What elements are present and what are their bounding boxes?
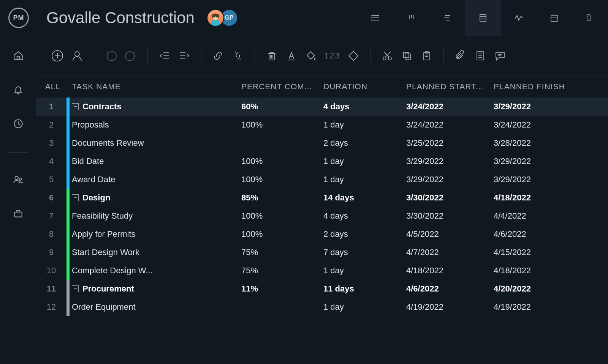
planned-start-cell[interactable]: 4/18/2022: [406, 266, 494, 276]
indent-button[interactable]: [176, 47, 193, 64]
view-tab-sheet[interactable]: [465, 0, 501, 36]
row-index[interactable]: 2: [36, 120, 66, 130]
planned-start-cell[interactable]: 3/25/2022: [406, 138, 494, 148]
text-color-button[interactable]: [283, 47, 300, 64]
task-name-cell[interactable]: −Procurement: [70, 284, 241, 294]
link-button[interactable]: [210, 47, 226, 64]
task-row[interactable]: 11−Procurement11%11 days4/6/20224/20/202…: [36, 280, 608, 298]
task-row[interactable]: 8Apply for Permits100%2 days4/5/20224/6/…: [36, 225, 608, 243]
task-row[interactable]: 10Complete Design W...75%1 day4/18/20224…: [36, 262, 608, 280]
row-index[interactable]: 7: [36, 211, 66, 221]
percent-complete-cell[interactable]: 60%: [241, 102, 323, 112]
duration-cell[interactable]: 11 days: [323, 284, 406, 294]
assign-button[interactable]: [69, 47, 86, 64]
planned-start-cell[interactable]: 3/29/2022: [406, 175, 494, 184]
planned-finish-cell[interactable]: 3/24/2022: [494, 120, 581, 130]
milestone-button[interactable]: [345, 47, 362, 64]
duration-cell[interactable]: 7 days: [323, 247, 406, 257]
task-name-cell[interactable]: Proposals: [70, 120, 241, 130]
column-header-duration[interactable]: DURATION: [323, 82, 406, 91]
duration-cell[interactable]: 2 days: [323, 138, 406, 148]
planned-finish-cell[interactable]: 4/6/2022: [494, 229, 581, 239]
task-name-cell[interactable]: Apply for Permits: [70, 229, 241, 239]
row-index[interactable]: 1: [36, 102, 66, 112]
planned-finish-cell[interactable]: 4/19/2022: [494, 302, 581, 312]
percent-complete-cell[interactable]: 100%: [241, 175, 323, 184]
task-row[interactable]: 9Start Design Work75%7 days4/7/20224/15/…: [36, 243, 608, 262]
planned-finish-cell[interactable]: 4/18/2022: [494, 266, 581, 276]
percent-complete-cell[interactable]: 100%: [241, 120, 323, 130]
sidebar-notifications-icon[interactable]: [13, 84, 24, 97]
row-index[interactable]: 6: [36, 193, 66, 203]
view-tab-gantt[interactable]: [429, 0, 465, 36]
outdent-button[interactable]: [156, 47, 173, 64]
task-name-cell[interactable]: Bid Date: [70, 156, 241, 166]
collapse-toggle-icon[interactable]: −: [72, 285, 79, 292]
column-header-all[interactable]: ALL: [36, 82, 66, 91]
row-index[interactable]: 12: [36, 302, 66, 312]
notes-button[interactable]: [472, 47, 489, 64]
planned-finish-cell[interactable]: 4/20/2022: [494, 284, 581, 294]
duration-cell[interactable]: 1 day: [323, 175, 406, 184]
task-name-cell[interactable]: −Design: [70, 193, 241, 203]
duration-cell[interactable]: 2 days: [323, 229, 406, 239]
comments-button[interactable]: [492, 47, 508, 64]
planned-finish-cell[interactable]: 4/15/2022: [494, 247, 581, 257]
task-name-cell[interactable]: Documents Review: [70, 138, 241, 148]
column-header-planned-finish[interactable]: PLANNED FINISH: [494, 82, 581, 91]
planned-start-cell[interactable]: 4/6/2022: [406, 284, 494, 294]
paste-button[interactable]: [418, 47, 435, 64]
row-index[interactable]: 4: [36, 156, 66, 166]
sidebar-recent-icon[interactable]: [13, 118, 24, 131]
task-name-cell[interactable]: Order Equipment: [70, 302, 241, 312]
column-header-task-name[interactable]: TASK NAME: [66, 82, 241, 91]
app-logo[interactable]: PM: [8, 8, 29, 28]
sidebar-portfolio-icon[interactable]: [13, 208, 24, 221]
number-format-button[interactable]: 123: [323, 51, 342, 61]
planned-finish-cell[interactable]: 4/18/2022: [494, 193, 581, 203]
planned-start-cell[interactable]: 3/30/2022: [406, 211, 494, 221]
planned-start-cell[interactable]: 3/24/2022: [406, 120, 494, 130]
task-name-cell[interactable]: Feasibility Study: [70, 211, 241, 221]
task-row[interactable]: 12Order Equipment1 day4/19/20224/19/2022: [36, 298, 608, 316]
row-index[interactable]: 3: [36, 138, 66, 148]
duration-cell[interactable]: 14 days: [323, 193, 406, 203]
avatar-user-1[interactable]: [207, 9, 224, 27]
task-row[interactable]: 7Feasibility Study100%4 days3/30/20224/4…: [36, 207, 608, 225]
view-tab-list[interactable]: [358, 0, 394, 36]
delete-button[interactable]: [263, 47, 280, 64]
percent-complete-cell[interactable]: 100%: [241, 156, 323, 166]
add-button[interactable]: [49, 47, 66, 64]
task-name-cell[interactable]: Start Design Work: [70, 247, 241, 257]
unlink-button[interactable]: [230, 47, 246, 64]
row-index[interactable]: 9: [36, 247, 66, 257]
percent-complete-cell[interactable]: 100%: [241, 211, 323, 221]
planned-start-cell[interactable]: 4/5/2022: [406, 229, 494, 239]
planned-finish-cell[interactable]: 3/28/2022: [494, 138, 581, 148]
duration-cell[interactable]: 1 day: [323, 266, 406, 276]
percent-complete-cell[interactable]: 100%: [241, 229, 323, 239]
cut-button[interactable]: [379, 47, 396, 64]
row-index[interactable]: 5: [36, 175, 66, 184]
planned-start-cell[interactable]: 4/19/2022: [406, 302, 494, 312]
project-title[interactable]: Govalle Construction: [46, 9, 195, 27]
percent-complete-cell[interactable]: 85%: [241, 193, 323, 203]
task-name-cell[interactable]: Award Date: [70, 175, 241, 184]
task-row[interactable]: 3Documents Review2 days3/25/20223/28/202…: [36, 134, 608, 152]
view-tab-workload[interactable]: [501, 0, 537, 36]
undo-button[interactable]: [103, 47, 119, 64]
planned-finish-cell[interactable]: 4/4/2022: [494, 211, 581, 221]
planned-finish-cell[interactable]: 3/29/2022: [494, 175, 581, 184]
task-name-cell[interactable]: Complete Design W...: [70, 266, 241, 276]
duration-cell[interactable]: 1 day: [323, 156, 406, 166]
collapse-toggle-icon[interactable]: −: [72, 194, 79, 201]
planned-finish-cell[interactable]: 3/29/2022: [494, 156, 581, 166]
copy-button[interactable]: [399, 47, 415, 64]
duration-cell[interactable]: 4 days: [323, 211, 406, 221]
column-header-planned-start[interactable]: PLANNED START...: [406, 82, 494, 91]
fill-color-button[interactable]: [303, 47, 320, 64]
project-members[interactable]: GP: [207, 9, 238, 27]
row-index[interactable]: 8: [36, 229, 66, 239]
view-tab-calendar[interactable]: [537, 0, 572, 36]
redo-button[interactable]: [122, 47, 139, 64]
